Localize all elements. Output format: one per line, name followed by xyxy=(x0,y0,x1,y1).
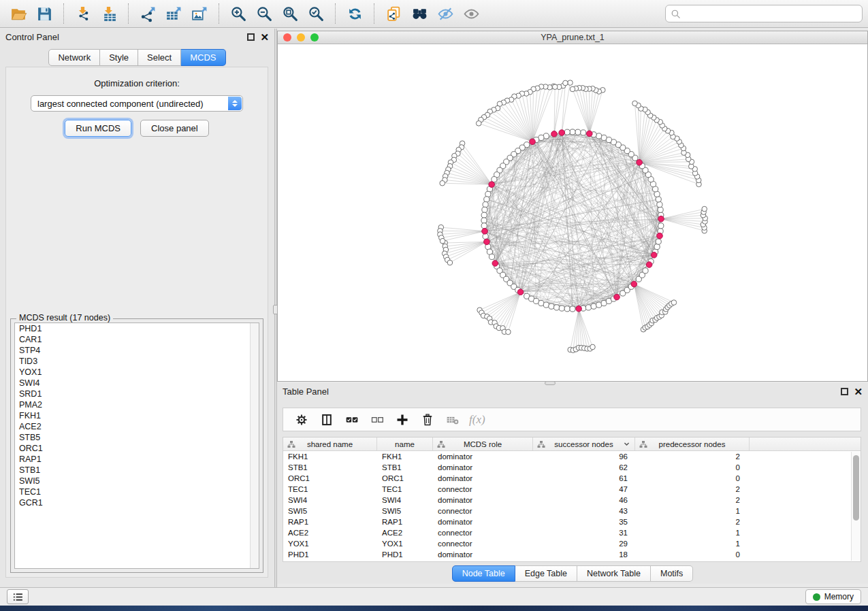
cell-successor_nodes[interactable]: 46 xyxy=(533,495,635,506)
mcds-result-item[interactable]: TEC1 xyxy=(15,486,259,497)
cell-successor_nodes[interactable]: 62 xyxy=(533,462,635,473)
mcds-result-item[interactable]: ACE2 xyxy=(15,421,259,432)
mcds-result-item[interactable]: SRD1 xyxy=(15,389,259,399)
cell-predecessor_nodes[interactable]: 1 xyxy=(635,506,750,516)
cell-predecessor_nodes[interactable]: 1 xyxy=(635,538,750,549)
tab-mcds[interactable]: MCDS xyxy=(181,49,225,66)
table-row[interactable]: FKH1FKH1dominator962 xyxy=(283,451,861,462)
import-network-file-button[interactable] xyxy=(70,3,96,24)
cell-successor_nodes[interactable]: 31 xyxy=(533,527,635,538)
cell-predecessor_nodes[interactable]: 2 xyxy=(635,484,750,495)
cell-mcds_role[interactable]: dominator xyxy=(433,451,533,462)
mcds-result-item[interactable]: STB1 xyxy=(15,465,259,476)
mcds-result-item[interactable]: YOX1 xyxy=(15,367,259,378)
tab-network-table[interactable]: Network Table xyxy=(577,565,651,582)
control-panel-float-icon[interactable] xyxy=(247,33,255,41)
table-panel-float-icon[interactable] xyxy=(841,388,848,395)
mcds-result-list[interactable]: PHD1CAR1STP4TID3YOX1SWI4SRD1PMA2FKH1ACE2… xyxy=(14,323,259,569)
close-panel-button[interactable]: Close panel xyxy=(140,120,209,137)
cell-shared_name[interactable]: SWI4 xyxy=(283,495,377,506)
cell-mcds_role[interactable]: dominator xyxy=(433,473,533,484)
cell-successor_nodes[interactable]: 18 xyxy=(533,549,635,560)
column-header-MCDS-role[interactable]: MCDS role xyxy=(433,437,533,450)
mcds-result-item[interactable]: STP4 xyxy=(15,345,259,356)
tab-select[interactable]: Select xyxy=(138,49,181,66)
export-image-button[interactable] xyxy=(187,3,212,24)
cell-predecessor_nodes[interactable]: 0 xyxy=(635,473,750,484)
cell-predecessor_nodes[interactable]: 2 xyxy=(635,451,750,462)
horizontal-splitter-handle[interactable] xyxy=(545,381,556,385)
run-mcds-button[interactable]: Run MCDS xyxy=(65,120,131,137)
refresh-view-button[interactable] xyxy=(342,3,368,24)
cell-name[interactable]: FKH1 xyxy=(377,451,433,462)
cell-name[interactable]: PHD1 xyxy=(377,549,433,560)
cell-successor_nodes[interactable]: 47 xyxy=(533,484,635,495)
hide-details-button[interactable] xyxy=(432,3,458,24)
table-scrollbar-thumb[interactable] xyxy=(853,455,859,521)
add-column-button[interactable] xyxy=(391,410,414,429)
mcds-result-item[interactable]: RAP1 xyxy=(15,454,259,465)
export-network-button[interactable] xyxy=(135,3,161,24)
cell-shared_name[interactable]: TEC1 xyxy=(283,484,377,495)
criterion-dropdown[interactable]: largest connected component (undirected) xyxy=(31,95,243,112)
table-row[interactable]: ACE2ACE2connector311 xyxy=(283,527,861,538)
memory-button[interactable]: Memory xyxy=(805,589,861,604)
cell-shared_name[interactable]: PHD1 xyxy=(283,549,377,560)
network-graph[interactable] xyxy=(278,44,867,381)
tab-motifs[interactable]: Motifs xyxy=(651,565,693,582)
mcds-result-item[interactable]: FKH1 xyxy=(15,410,259,421)
table-row[interactable]: PHD1PHD1dominator180 xyxy=(283,549,861,560)
tab-style[interactable]: Style xyxy=(100,49,138,66)
cell-mcds_role[interactable]: dominator xyxy=(433,549,533,560)
control-panel-close-icon[interactable]: ✕ xyxy=(260,33,269,41)
mcds-result-item[interactable]: SWI4 xyxy=(15,378,259,389)
column-header-successor-nodes[interactable]: successor nodes xyxy=(533,437,635,450)
cell-name[interactable]: ORC1 xyxy=(377,473,433,484)
cell-shared_name[interactable]: RAP1 xyxy=(283,516,377,527)
zoom-selected-button[interactable] xyxy=(303,3,329,24)
table-row[interactable]: ORC1ORC1dominator610 xyxy=(283,473,861,484)
cell-shared_name[interactable]: STB1 xyxy=(283,462,377,473)
cell-shared_name[interactable]: YOX1 xyxy=(283,538,377,549)
cell-successor_nodes[interactable]: 35 xyxy=(533,516,635,527)
cell-name[interactable]: STB1 xyxy=(377,462,433,473)
cell-successor_nodes[interactable]: 29 xyxy=(533,538,635,549)
cell-shared_name[interactable]: ACE2 xyxy=(283,527,377,538)
search-field[interactable] xyxy=(665,5,863,22)
column-header-name[interactable]: name xyxy=(377,437,433,450)
mcds-result-item[interactable]: PMA2 xyxy=(15,399,259,410)
column-header-shared-name[interactable]: shared name xyxy=(283,437,377,450)
cell-mcds_role[interactable]: dominator xyxy=(433,495,533,506)
cell-name[interactable]: SWI4 xyxy=(377,495,433,506)
cell-mcds_role[interactable]: connector xyxy=(433,527,533,538)
search-network-button[interactable] xyxy=(406,3,432,24)
table-settings-gear-button[interactable] xyxy=(290,410,313,429)
cell-successor_nodes[interactable]: 43 xyxy=(533,506,635,516)
mcds-result-item[interactable]: TID3 xyxy=(15,356,259,367)
cell-predecessor_nodes[interactable]: 2 xyxy=(635,495,750,506)
mcds-result-item[interactable]: SWI5 xyxy=(15,476,259,486)
mcds-result-item[interactable]: CAR1 xyxy=(15,334,259,345)
table-row[interactable]: STB1STB1dominator620 xyxy=(283,462,861,473)
table-scrollbar[interactable] xyxy=(851,452,861,561)
cell-shared_name[interactable]: FKH1 xyxy=(283,451,377,462)
cell-mcds_role[interactable]: connector xyxy=(433,538,533,549)
show-details-button[interactable] xyxy=(458,3,484,24)
cell-shared_name[interactable]: SWI5 xyxy=(283,506,377,516)
mcds-result-item[interactable]: ORC1 xyxy=(15,443,259,454)
mcds-result-item[interactable]: GCR1 xyxy=(15,497,259,508)
cell-successor_nodes[interactable]: 96 xyxy=(533,451,635,462)
save-session-button[interactable] xyxy=(31,3,57,24)
cell-predecessor_nodes[interactable]: 0 xyxy=(635,549,750,560)
cell-predecessor_nodes[interactable]: 0 xyxy=(635,462,750,473)
cell-mcds_role[interactable]: connector xyxy=(433,506,533,516)
deselect-all-button[interactable] xyxy=(366,410,389,429)
clone-network-button[interactable] xyxy=(381,3,406,24)
cell-predecessor_nodes[interactable]: 2 xyxy=(635,516,750,527)
tab-edge-table[interactable]: Edge Table xyxy=(515,565,577,582)
zoom-out-button[interactable] xyxy=(251,3,277,24)
delete-table-button[interactable] xyxy=(441,410,464,429)
cell-shared_name[interactable]: ORC1 xyxy=(283,473,377,484)
table-row[interactable]: RAP1RAP1dominator352 xyxy=(283,516,861,527)
cell-name[interactable]: TEC1 xyxy=(377,484,433,495)
